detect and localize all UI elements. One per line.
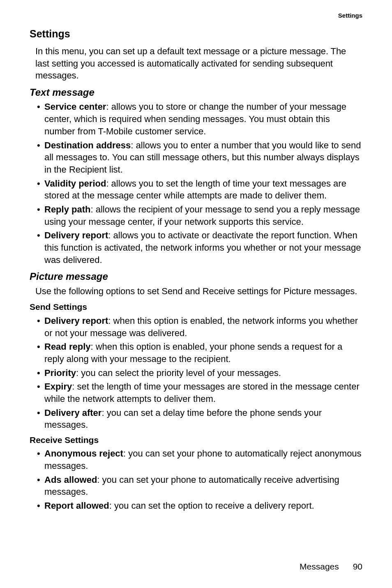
term: Ads allowed: [44, 475, 97, 485]
footer-section: Messages: [300, 562, 339, 571]
footer-page-number: 90: [353, 562, 362, 571]
list-item: Expiry: set the length of time your mess…: [35, 380, 362, 405]
list-item: Service center: allows you to store or c…: [35, 101, 362, 137]
receive-settings-list: Anonymous reject: you can set your phone…: [35, 447, 362, 512]
heading-picture-message: Picture message: [30, 270, 362, 283]
page-footer: Messages 90: [300, 561, 362, 572]
desc: : you can set the option to receive a de…: [109, 500, 314, 511]
list-item: Delivery report: allows you to activate …: [35, 229, 362, 266]
desc: : allows the recipient of your message t…: [44, 204, 360, 227]
heading-settings: Settings: [30, 27, 362, 41]
list-item: Anonymous reject: you can set your phone…: [35, 447, 362, 472]
list-item: Delivery after: you can set a delay time…: [35, 407, 362, 431]
list-item: Validity period: allows you to set the l…: [35, 178, 362, 202]
intro-paragraph: In this menu, you can set up a default t…: [35, 45, 362, 82]
term: Validity period: [44, 178, 106, 189]
picture-intro: Use the following options to set Send an…: [35, 285, 362, 297]
term: Delivery report: [44, 316, 108, 326]
running-header: Settings: [30, 12, 362, 20]
text-message-list: Service center: allows you to store or c…: [35, 101, 362, 266]
list-item: Delivery report: when this option is ena…: [35, 315, 362, 339]
term: Expiry: [44, 381, 72, 392]
list-item: Reply path: allows the recipient of your…: [35, 203, 362, 228]
list-item: Priority: you can select the priority le…: [35, 367, 362, 379]
term: Service center: [44, 101, 106, 112]
desc: : you can select the priority level of y…: [76, 368, 281, 378]
list-item: Destination address: allows you to enter…: [35, 139, 362, 176]
term: Delivery report: [44, 230, 108, 240]
desc: : set the length of time your messages a…: [44, 381, 360, 404]
term: Report allowed: [44, 500, 109, 511]
list-item: Ads allowed: you can set your phone to a…: [35, 474, 362, 498]
term: Delivery after: [44, 408, 101, 418]
term: Priority: [44, 368, 76, 378]
heading-receive-settings: Receive Settings: [30, 434, 362, 446]
term: Reply path: [44, 204, 90, 214]
list-item: Read reply: when this option is enabled,…: [35, 341, 362, 365]
list-item: Report allowed: you can set the option t…: [35, 500, 362, 512]
heading-send-settings: Send Settings: [30, 301, 362, 313]
heading-text-message: Text message: [30, 86, 362, 99]
term: Read reply: [44, 341, 91, 352]
send-settings-list: Delivery report: when this option is ena…: [35, 315, 362, 431]
term: Destination address: [44, 140, 131, 150]
term: Anonymous reject: [44, 448, 123, 459]
